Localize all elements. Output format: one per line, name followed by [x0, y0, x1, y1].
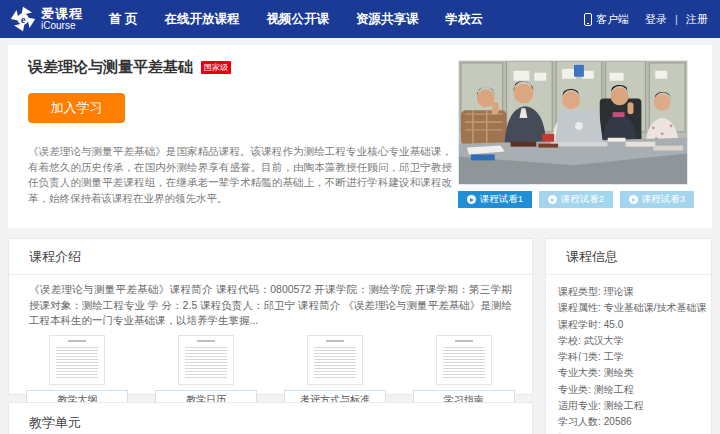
tab-preview-2[interactable]: 课程试看2: [539, 191, 613, 208]
attachment-row: 教学大纲 教学日历 考评方式与标准 学习指南: [9, 333, 532, 408]
info-row-major-category: 专业大类:测绘类: [558, 365, 699, 381]
units-card-title: 教学单元: [9, 403, 532, 434]
attachment-study-guide[interactable]: 学习指南: [399, 335, 528, 408]
play-icon: [548, 195, 557, 204]
classroom-photo-illustration: [459, 61, 687, 184]
attachment-calendar[interactable]: 教学日历: [142, 335, 271, 408]
info-rows: 课程类型:理论课 课程属性:专业基础课/技术基础课 课程学时:45.0 学校:武…: [546, 275, 711, 434]
course-intro-card: 课程介绍 《误差理论与测量平差基础》课程简介 课程代码：0800572 开课学院…: [8, 238, 533, 395]
document-thumbnail[interactable]: [307, 335, 363, 385]
course-description: 《误差理论与测量平差基础》是国家精品课程。该课程作为测绘工程专业核心专业基础课，…: [28, 144, 452, 206]
play-icon: [629, 195, 638, 204]
tab-preview-3[interactable]: 课程试看3: [620, 191, 694, 208]
info-row-course-attribute: 课程属性:专业基础课/技术基础课: [558, 300, 699, 316]
top-nav-bar: e 爱课程 iCourse 首 页 在线开放课程 视频公开课 资源共享课 学校云…: [0, 0, 720, 38]
icourse-page: e 爱课程 iCourse 首 页 在线开放课程 视频公开课 资源共享课 学校云…: [0, 0, 720, 434]
auth-divider: |: [675, 13, 678, 25]
register-link[interactable]: 注册: [686, 13, 708, 25]
login-link[interactable]: 登录: [645, 13, 667, 25]
play-icon: [467, 195, 476, 204]
info-row-major-class: 专业类:测绘工程: [558, 382, 699, 398]
nav-item-shared-resources[interactable]: 资源共享课: [356, 11, 419, 28]
join-course-button[interactable]: 加入学习: [28, 93, 125, 123]
info-row-discipline: 学科门类:工学: [558, 349, 699, 365]
logo-text-cn: 爱课程: [41, 7, 83, 21]
course-banner: 误差理论与测量平差基础 国家级 加入学习 《误差理论与测量平差基础》是国家精品课…: [8, 45, 712, 228]
nav-item-open-courses[interactable]: 在线开放课程: [164, 11, 239, 28]
attachment-syllabus[interactable]: 教学大纲: [13, 335, 142, 408]
nav-item-video-courses[interactable]: 视频公开课: [266, 11, 329, 28]
main-nav: 首 页 在线开放课程 视频公开课 资源共享课 学校云: [109, 11, 510, 28]
tab-preview-1[interactable]: 课程试看1: [458, 191, 532, 208]
icourse-logo[interactable]: e 爱课程 iCourse: [10, 6, 83, 32]
client-link[interactable]: 客户端: [584, 12, 629, 27]
client-label: 客户端: [596, 12, 629, 27]
intro-text: 《误差理论与测量平差基础》课程简介 课程代码：0800572 开课学院：测绘学院…: [9, 275, 532, 333]
preview-tabs: 课程试看1 课程试看2 课程试看3: [458, 191, 701, 208]
document-thumbnail[interactable]: [178, 335, 234, 385]
logo-text-en: iCourse: [41, 21, 83, 32]
svg-text:e: e: [21, 14, 26, 25]
course-title-text: 误差理论与测量平差基础: [28, 58, 193, 77]
nav-item-school-cloud[interactable]: 学校云: [445, 11, 483, 28]
document-thumbnail[interactable]: [436, 335, 492, 385]
course-title: 误差理论与测量平差基础 国家级: [28, 58, 231, 77]
info-row-applicable-major: 适用专业:测绘工程: [558, 398, 699, 414]
info-row-school: 学校:武汉大学: [558, 333, 699, 349]
nav-item-home[interactable]: 首 页: [109, 11, 137, 28]
info-row-learner-count: 学习人数:20586: [558, 414, 699, 430]
attachment-assessment[interactable]: 考评方式与标准: [271, 335, 400, 408]
icourse-logo-icon: e: [10, 6, 36, 32]
national-level-badge: 国家级: [201, 61, 231, 74]
course-preview-photo[interactable]: [458, 60, 688, 185]
phone-icon: [584, 13, 592, 26]
document-thumbnail[interactable]: [49, 335, 105, 385]
course-info-card: 课程信息 课程类型:理论课 课程属性:专业基础课/技术基础课 课程学时:45.0…: [545, 238, 712, 434]
info-row-course-hours: 课程学时:45.0: [558, 317, 699, 333]
intro-card-title: 课程介绍: [9, 239, 532, 275]
info-card-title: 课程信息: [546, 239, 711, 275]
teaching-units-card: 教学单元: [8, 402, 533, 434]
info-row-course-type: 课程类型:理论课: [558, 284, 699, 300]
